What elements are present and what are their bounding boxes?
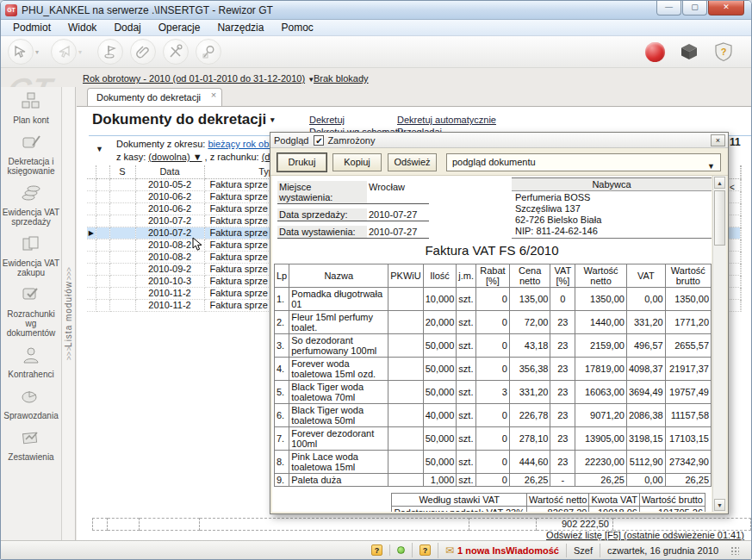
insert-sphere-icon[interactable]: [642, 39, 668, 65]
row-marker-icon: [87, 287, 96, 299]
refresh-list-link[interactable]: Odśwież listę [F5] (ostatnie odświeżenie…: [546, 530, 744, 540]
tab-strip: Dokumenty do dekretacji ×: [77, 87, 751, 106]
svg-text:?: ?: [721, 47, 727, 57]
forward-icon[interactable]: [51, 39, 77, 65]
user-segment[interactable]: Szef: [566, 544, 600, 557]
menu-item[interactable]: Pomoc: [272, 20, 321, 35]
invoice-title: Faktura VAT FS 6/2010: [272, 243, 712, 258]
view-mode-select[interactable]: podgląd dokumentu ▼: [446, 153, 721, 171]
new-message-text: 1 nowa InsWiadomość: [457, 545, 559, 556]
vat-summary-header: Według stawki VATWartość nettoKwota VATW…: [392, 494, 705, 507]
app-window: GT PHU_KANKEL na serwerze .\INSERTGT - R…: [0, 0, 752, 560]
frozen-label: Zamrożony: [327, 135, 375, 146]
sidebar-item-plan-kont[interactable]: Plan kont: [1, 87, 61, 128]
menu-item[interactable]: Narzędzia: [208, 20, 272, 35]
refresh-button[interactable]: Odśwież: [388, 153, 437, 171]
preview-dialog-titlebar[interactable]: Podgląd ✔ Zamrożony ×: [270, 133, 728, 148]
row-marker-icon: [87, 215, 96, 227]
grid-summary-row: 902 222,50: [92, 518, 751, 531]
invoice-items-table: LpNazwaPKWiUIlośćj.m.Rabat [%]Cena netto…: [274, 264, 712, 487]
chart-of-accounts-icon: [20, 91, 42, 114]
sidebar-item-sprawozdania[interactable]: Sprawozdania: [1, 383, 61, 424]
help-indicator-1[interactable]: ?: [364, 543, 389, 557]
fiscal-year-selector[interactable]: Rok obrotowy - 2010 (od 01-01-2010 do 31…: [83, 73, 314, 84]
back-dropdown-icon[interactable]: ▾: [35, 48, 39, 56]
invoice-buyer-block: Nabywca Perfumeria BOSS Szczęśliwa 137 6…: [512, 177, 712, 239]
invoice-item-row: 1. Pomadka długotrwała 01 10,000 szt. 0 …: [275, 288, 712, 311]
tab-dokumenty-do-dekretacji[interactable]: Dokumenty do dekretacji ×: [87, 88, 222, 107]
menu-item[interactable]: Podmiot: [4, 20, 59, 35]
preview-scrollbar[interactable]: ▲ ▼: [712, 176, 726, 512]
buyer-header: Nabywca: [512, 177, 712, 191]
coins-icon: [20, 184, 42, 206]
maximize-button[interactable]: ▢: [682, 1, 707, 16]
help-shield-icon[interactable]: ?: [711, 39, 736, 65]
status-bar: ? ? ✉ 1 nowa InsWiadomość Szef czwartek,…: [1, 540, 751, 559]
sidebar-item-kontrahenci[interactable]: Kontrahenci: [1, 341, 61, 383]
scrollbar-thumb[interactable]: [714, 190, 725, 246]
menu-item[interactable]: Dodaj: [105, 20, 149, 35]
report-pie-icon: [20, 387, 42, 409]
sidebar-item-dekretacja[interactable]: Dekretacja i księgowanie: [1, 128, 61, 179]
close-button[interactable]: ✕: [708, 1, 744, 16]
row-marker-icon: [87, 178, 96, 190]
column-s: S: [109, 165, 135, 178]
help-indicator-2[interactable]: ?: [412, 543, 438, 557]
filter-period-row: Dokumenty z okresu: bieżący rok obrot: [116, 139, 280, 149]
module-strip[interactable]: > > > Lista modułów > > >: [61, 87, 76, 540]
preview-dialog: Podgląd ✔ Zamrożony × Drukuj Kopiuj Odśw…: [270, 132, 729, 514]
chevron-icon: >: [65, 276, 73, 280]
invoice-item-row: 4. Forever woda toaletowa 15ml ozd. 50,0…: [275, 358, 712, 381]
menu-item[interactable]: Widok: [59, 20, 105, 35]
invoice-item-row: 3. So dezodorant perfumowany 100ml 50,00…: [275, 334, 712, 358]
invoice-item-row: 8. Pink Lace woda toaletowa 15ml 50,000 …: [275, 451, 712, 474]
dekretuj-link[interactable]: Dekretuj: [309, 115, 345, 125]
frozen-checkbox[interactable]: ✔: [314, 135, 324, 146]
back-icon[interactable]: [8, 39, 34, 65]
menu-bar: PodmiotWidokDodajOperacjeNarzędziaPomoc: [1, 20, 751, 36]
cube-icon[interactable]: [676, 39, 702, 65]
messages-segment[interactable]: ✉ 1 nowa InsWiadomość: [438, 543, 566, 558]
truncated-count-fragment: 11: [730, 136, 741, 148]
sidebar-item-zestawienia[interactable]: Zestawienia: [1, 424, 61, 465]
tab-close-icon[interactable]: ×: [211, 90, 216, 100]
copy-button[interactable]: Kopiuj: [332, 153, 382, 171]
minimize-button[interactable]: —: [656, 1, 681, 16]
summary-chart-icon: [20, 428, 42, 451]
combo-caret-icon: ▼: [707, 159, 715, 175]
purchase-box-icon: [20, 234, 42, 257]
date-segment[interactable]: czwartek, 16 grudnia 2010: [600, 544, 725, 557]
row-marker-icon: [87, 202, 96, 215]
tools-icon[interactable]: [163, 39, 189, 65]
filter-collapse-icon[interactable]: ▼: [96, 145, 103, 153]
sidebar-item-rozrachunki[interactable]: Rozrachunki wg dokumentów: [1, 281, 61, 341]
cash-filter-link[interactable]: (dowolna) ▼: [148, 152, 202, 162]
dekretuj-automatycznie-link[interactable]: Dekretuj automatycznie: [397, 115, 496, 125]
search-icon[interactable]: [196, 39, 221, 65]
scroll-down-icon[interactable]: ▼: [714, 499, 725, 511]
menu-item[interactable]: Operacje: [150, 20, 209, 35]
preview-close-icon[interactable]: ×: [711, 134, 725, 146]
invoice-item-row: 2. Fleur 15ml perfumy toalet. 20,000 szt…: [275, 311, 712, 334]
green-status-icon: [397, 546, 405, 554]
page-title-caret-icon[interactable]: ▾: [270, 115, 275, 124]
forward-dropdown-icon: ▾: [78, 48, 82, 56]
invoice-preview: Miejsce wystawienia:Wrocław Data sprzeda…: [272, 176, 712, 512]
resize-grip[interactable]: [730, 546, 739, 555]
person-icon: [20, 345, 42, 368]
truncated-column-fragment: <: [730, 183, 735, 192]
invoice-item-row: 5. Black Tiger woda toaletowa 70ml 50,00…: [275, 381, 712, 404]
sidebar-item-vat-sprzedazy[interactable]: Ewidencja VAT sprzedaży: [1, 179, 61, 230]
page-title: Dokumenty do dekretacji ▾: [92, 111, 274, 128]
document-check-icon: [20, 285, 42, 308]
scroll-up-icon[interactable]: ▲: [714, 177, 725, 189]
row-marker-icon: ▶: [87, 227, 96, 239]
row-marker-icon: [87, 190, 96, 202]
lock-status-link[interactable]: Brak blokady: [314, 73, 369, 84]
print-button[interactable]: Drukuj: [277, 153, 326, 171]
chevron-icon: >: [65, 346, 73, 351]
attachment-icon[interactable]: [130, 39, 156, 65]
flag-icon[interactable]: [97, 39, 123, 65]
row-marker-icon: [87, 251, 96, 263]
sidebar-item-vat-zakupu[interactable]: Ewidencja VAT zakupu: [1, 230, 61, 281]
